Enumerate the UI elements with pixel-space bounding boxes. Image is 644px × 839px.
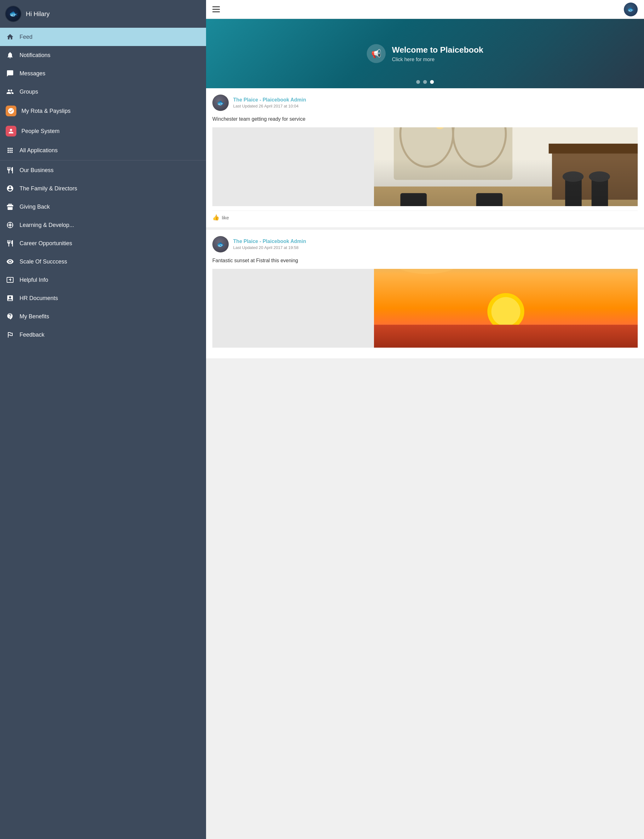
groups-icon (6, 87, 15, 96)
messages-label: Messages (20, 70, 45, 77)
sidebar: Hi Hilary Feed Notifications (0, 0, 206, 839)
learning-label: Learning & Develop... (20, 222, 74, 229)
svg-point-1 (9, 224, 11, 226)
sunset-visual (374, 269, 638, 348)
groups-label: Groups (20, 89, 38, 95)
bell-icon (6, 51, 15, 59)
post-1-meta: The Plaice - Plaicebook Admin Last Updat… (233, 97, 638, 109)
sidebar-item-helpful[interactable]: Helpful Info (0, 271, 206, 289)
post-2-meta: The Plaice - Plaicebook Admin Last Updat… (233, 239, 638, 250)
circle-person-icon (6, 184, 15, 193)
banner-dot-2[interactable] (423, 80, 427, 84)
hamburger-line-3 (212, 12, 220, 12)
topbar-logo[interactable]: 🐟 (624, 3, 638, 16)
sidebar-item-our-business[interactable]: Our Business (0, 161, 206, 179)
feedback-icon (6, 330, 15, 339)
post-1-image (212, 127, 638, 206)
post-2-body: Fantastic sunset at Fistral this evening (212, 257, 638, 265)
helpful-label: Helpful Info (20, 277, 48, 283)
post-1-like-button[interactable]: 👍 like (212, 214, 229, 221)
svg-rect-21 (565, 176, 582, 206)
sidebar-item-benefits[interactable]: My Benefits (0, 307, 206, 326)
utensils-icon (6, 166, 15, 174)
sidebar-item-groups[interactable]: Groups (0, 82, 206, 101)
benefits-icon (6, 312, 15, 321)
sidebar-item-feed[interactable]: Feed (0, 28, 206, 46)
post-1-avatar-inner: 🐟 (213, 95, 228, 111)
feed-label: Feed (20, 34, 33, 40)
post-1: 🐟 The Plaice - Plaicebook Admin Last Upd… (206, 88, 644, 227)
banner-content: 📢 Welcome to Plaicebook Click here for m… (367, 44, 483, 63)
directors-label: The Family & Directors (20, 185, 77, 192)
post-1-body: Winchester team getting ready for servic… (212, 115, 638, 123)
avatar[interactable] (5, 6, 21, 22)
banner-text: Welcome to Plaicebook Click here for mor… (392, 45, 483, 63)
sidebar-item-career[interactable]: Career Opportunities (0, 234, 206, 252)
gift-icon (6, 202, 15, 211)
learning-icon (6, 220, 15, 229)
svg-rect-23 (592, 176, 608, 206)
restaurant-visual (374, 127, 638, 206)
giving-back-label: Giving Back (20, 204, 50, 210)
eye-icon (6, 257, 15, 266)
hr-icon (6, 294, 15, 303)
career-label: Career Opportunities (20, 240, 72, 247)
post-1-image-placeholder (212, 127, 374, 206)
sidebar-nav: Feed Notifications Messages (0, 28, 206, 839)
sidebar-item-messages[interactable]: Messages (0, 64, 206, 82)
post-1-header: 🐟 The Plaice - Plaicebook Admin Last Upd… (212, 95, 638, 111)
post-1-image-restaurant (374, 127, 638, 206)
post-1-avatar: 🐟 (212, 95, 229, 111)
topbar: 🐟 (206, 0, 644, 19)
hr-label: HR Documents (20, 295, 58, 302)
banner-title: Welcome to Plaicebook (392, 45, 483, 55)
sidebar-username: Hi Hilary (26, 10, 50, 18)
post-1-timestamp: Last Updated 26 April 2017 at 10:04 (233, 104, 638, 109)
thumbs-up-icon: 👍 (212, 214, 219, 221)
hamburger-line-1 (212, 6, 220, 7)
sidebar-item-hr[interactable]: HR Documents (0, 289, 206, 307)
sidebar-item-directors[interactable]: The Family & Directors (0, 179, 206, 197)
svg-point-22 (562, 171, 583, 182)
helpful-icon (6, 275, 15, 284)
svg-rect-27 (401, 193, 427, 206)
grid-icon (6, 146, 15, 155)
benefits-label: My Benefits (20, 313, 49, 320)
avatar-fish-icon (6, 6, 21, 21)
home-icon (6, 33, 15, 41)
sidebar-item-rota[interactable]: My Rota & Payslips (0, 101, 206, 121)
post-2-image-placeholder (212, 269, 374, 348)
sidebar-item-notifications[interactable]: Notifications (0, 46, 206, 64)
hamburger-line-2 (212, 9, 220, 10)
feedback-label: Feedback (20, 332, 44, 338)
svg-rect-7 (374, 187, 638, 206)
post-2-avatar-inner: 🐟 (213, 236, 228, 252)
banner[interactable]: 📢 Welcome to Plaicebook Click here for m… (206, 19, 644, 88)
sidebar-item-scale[interactable]: Scale Of Succcess (0, 252, 206, 271)
post-2: 🐟 The Plaice - Plaicebook Admin Last Upd… (206, 230, 644, 359)
svg-rect-20 (549, 144, 638, 153)
post-1-like-label: like (222, 215, 229, 220)
post-1-author: The Plaice - Plaicebook Admin (233, 97, 638, 103)
banner-dot-3[interactable] (430, 80, 434, 84)
post-1-actions: 👍 like (212, 211, 638, 221)
post-2-image-sunset (374, 269, 638, 348)
rota-label: My Rota & Payslips (21, 108, 71, 114)
svg-rect-39 (374, 325, 638, 348)
sidebar-item-learning[interactable]: Learning & Develop... (0, 216, 206, 234)
post-2-header: 🐟 The Plaice - Plaicebook Admin Last Upd… (212, 236, 638, 252)
megaphone-icon: 📢 (367, 44, 386, 63)
svg-rect-19 (552, 147, 638, 199)
sidebar-item-people-system[interactable]: People System (0, 121, 206, 141)
sidebar-item-feedback[interactable]: Feedback (0, 326, 206, 344)
scale-label: Scale Of Succcess (20, 258, 67, 265)
sidebar-item-giving-back[interactable]: Giving Back (0, 197, 206, 216)
feed: 🐟 The Plaice - Plaicebook Admin Last Upd… (206, 88, 644, 839)
svg-point-35 (491, 297, 520, 326)
sidebar-item-all-applications[interactable]: All Applications (0, 141, 206, 160)
hamburger-button[interactable] (212, 6, 220, 12)
svg-point-24 (589, 171, 610, 182)
banner-dot-1[interactable] (416, 80, 420, 84)
our-business-label: Our Business (20, 167, 54, 174)
svg-rect-28 (476, 193, 503, 206)
